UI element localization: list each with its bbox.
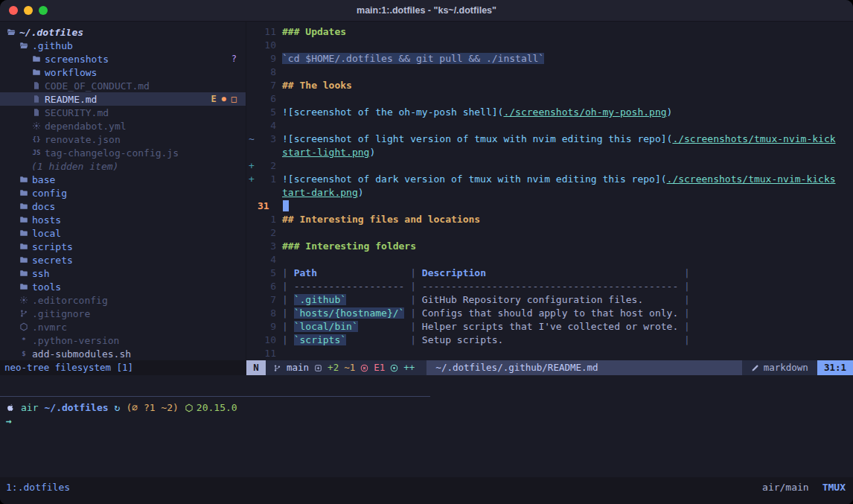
gutter-sign xyxy=(246,79,257,92)
text-segment: ./screenshots/oh-my-posh.png xyxy=(503,106,666,118)
line-text: tart-dark.png) xyxy=(282,186,364,200)
close-button[interactable] xyxy=(9,6,18,15)
text-segment: | xyxy=(684,307,690,319)
tree-item-code-of-conduct-md[interactable]: CODE_OF_CONDUCT.md xyxy=(0,79,246,92)
folder-icon xyxy=(31,66,42,79)
tree-item-tag-changelog-config-js[interactable]: JStag-changelog-config.js xyxy=(0,146,246,159)
tree-item-dependabot-yml[interactable]: dependabot.yml xyxy=(0,119,246,133)
editor-line[interactable]: 11### Updates xyxy=(246,25,853,39)
text-segment: | xyxy=(282,334,294,345)
line-text: | Path | Description | xyxy=(282,267,690,280)
tree-item-tools[interactable]: tools xyxy=(0,280,246,293)
editor-line[interactable]: +1![screenshot of dark version of tmux w… xyxy=(246,173,853,186)
diff-icon xyxy=(314,364,322,372)
line-text: ![screenshot of dark version of tmux wit… xyxy=(282,173,836,186)
tree-item-label: tools xyxy=(32,281,61,293)
folder-icon xyxy=(19,267,29,280)
tree-item-local[interactable]: local xyxy=(0,226,246,240)
tree-item-docs[interactable]: docs xyxy=(0,200,246,213)
editor-line[interactable]: start-light.png) xyxy=(246,146,853,159)
editor-buffer[interactable]: 11### Updates 10 9`cd $HOME/.dotfiles &&… xyxy=(246,21,853,360)
editor-line[interactable]: 7| `.github` | GitHub Repository configu… xyxy=(246,293,853,307)
tree-item-scripts[interactable]: scripts xyxy=(0,240,246,253)
tree-item-config[interactable]: config xyxy=(0,186,246,200)
tree-item-1-hidden-item[interactable]: (1 hidden item) xyxy=(0,159,246,173)
editor-line[interactable]: 8 xyxy=(246,66,853,79)
editor-line[interactable]: 8| `hosts/{hostname}/` | Configs that sh… xyxy=(246,307,853,320)
editor-line[interactable]: +2 xyxy=(246,159,853,173)
git-fetch-icon: ↻ xyxy=(115,401,121,415)
editor-line[interactable]: tart-dark.png) xyxy=(246,186,853,200)
tree-item-workflows[interactable]: workflows xyxy=(0,66,246,79)
line-number: 11 xyxy=(257,347,276,360)
editor-line[interactable]: 4 xyxy=(246,253,853,267)
line-number: 6 xyxy=(257,92,276,106)
text-segment: | xyxy=(684,267,690,278)
editor-line[interactable]: 10| `scripts` | Setup scripts. | xyxy=(246,334,853,347)
text-segment xyxy=(346,294,410,305)
tree-item-readme-md[interactable]: README.mdE●□ xyxy=(0,92,246,106)
prompt-arrow: → xyxy=(6,415,12,428)
text-segment: Setup scripts. xyxy=(422,334,504,345)
text-segment: ## Interesting files and locations xyxy=(282,214,480,225)
editor-line[interactable]: ~3![screenshot of light version of tmux … xyxy=(246,133,853,146)
tree-item-editorconfig[interactable]: .editorconfig xyxy=(0,293,246,307)
tree-item-dotfiles[interactable]: ~/.dotfiles xyxy=(0,25,246,39)
editor-line[interactable]: 9| `local/bin` | Helper scripts that I'v… xyxy=(246,320,853,334)
editor-line[interactable]: 10 xyxy=(246,39,853,52)
line-number: 3 xyxy=(257,240,276,253)
folder-open-icon xyxy=(19,39,29,52)
text-segment: `cd $HOME/.dotfiles && git pull && ./ins… xyxy=(282,53,544,64)
editor-line[interactable]: 2 xyxy=(246,226,853,240)
editor-line[interactable]: 6 xyxy=(246,92,853,106)
text-segment: | xyxy=(410,321,422,332)
line-text: | `local/bin` | Helper scripts that I've… xyxy=(282,320,690,334)
editor-line[interactable]: 6| ------------------- | ---------------… xyxy=(246,280,853,293)
diff-added: +2 xyxy=(328,360,339,375)
tmux-right-section: air/main TMUX xyxy=(762,482,846,493)
editor-line[interactable]: 7## The looks xyxy=(246,79,853,92)
tree-item-gitignore[interactable]: .gitignore xyxy=(0,307,246,320)
tree-item-screenshots[interactable]: screenshots? xyxy=(0,52,246,66)
editor-line[interactable]: 31 xyxy=(246,200,853,213)
tree-item-ssh[interactable]: ssh xyxy=(0,267,246,280)
editor-line[interactable]: 5| Path | Description | xyxy=(246,267,853,280)
tree-item-label: dependabot.yml xyxy=(45,121,127,132)
text-segment xyxy=(317,267,410,278)
statusline-extra: ++ xyxy=(403,360,415,375)
editor-line[interactable]: 9`cd $HOME/.dotfiles && git pull && ./in… xyxy=(246,52,853,66)
tree-item-base[interactable]: base xyxy=(0,173,246,186)
tree-item-security-md[interactable]: SECURITY.md xyxy=(0,106,246,119)
tree-item-secrets[interactable]: secrets xyxy=(0,253,246,267)
tree-item-nvmrc[interactable]: .nvmrc xyxy=(0,320,246,334)
editor-line[interactable]: 1## Interesting files and locations xyxy=(246,213,853,226)
tree-item-github[interactable]: .github xyxy=(0,39,246,52)
editor-line[interactable]: 3### Interesting folders xyxy=(246,240,853,253)
tree-item-add-submodules-sh[interactable]: $add-submodules.sh xyxy=(0,347,246,360)
tmux-window-item[interactable]: 1:.dotfiles xyxy=(6,482,70,493)
editor-line[interactable]: 5![screenshot of the oh-my-posh shell](.… xyxy=(246,106,853,119)
zoom-button[interactable] xyxy=(39,6,48,15)
tree-item-hosts[interactable]: hosts xyxy=(0,213,246,226)
editor-line[interactable]: 11 xyxy=(246,347,853,360)
tmux-session: air/main xyxy=(762,482,809,493)
editor-line[interactable]: 4 xyxy=(246,119,853,133)
shell-pane[interactable]: air ~/.dotfiles ↻ (⌀ ?1 ~2) 20.15.0 → xyxy=(0,397,853,428)
gutter-sign xyxy=(246,213,257,226)
neotree-sidebar: ~/.dotfiles.githubscreenshots?workflowsC… xyxy=(0,21,246,360)
minimize-button[interactable] xyxy=(24,6,33,15)
line-number: 2 xyxy=(257,226,276,240)
text-segment: ## The looks xyxy=(282,80,352,91)
filetype-section: markdown xyxy=(742,360,817,375)
folder-icon xyxy=(19,253,29,267)
text-segment: Description xyxy=(422,267,486,278)
braces-icon: {} xyxy=(31,133,42,146)
prompt-cwd: ~/.dotfiles xyxy=(44,401,108,415)
line-number: 8 xyxy=(257,66,276,79)
error-icon xyxy=(360,364,368,372)
line-number: 4 xyxy=(257,253,276,267)
tree-item-python-version[interactable]: *.python-version xyxy=(0,334,246,347)
tree-item-renovate-json[interactable]: {}renovate.json xyxy=(0,133,246,146)
shell-input-line[interactable]: → xyxy=(6,415,853,428)
statusline: N main +2 ~1 E1 ++ ~/.dotfiles/.github/R… xyxy=(246,360,853,375)
